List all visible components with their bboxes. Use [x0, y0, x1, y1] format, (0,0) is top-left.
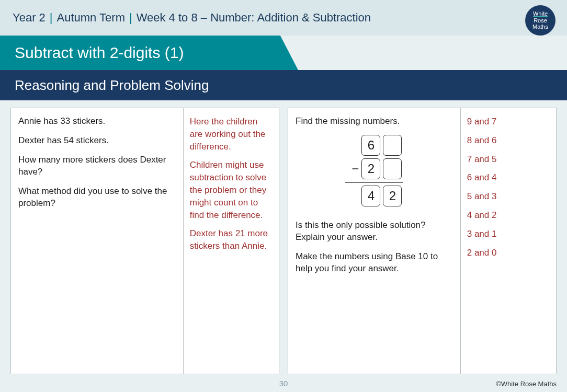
breadcrumb-unit: Week 4 to 8 – Number: Addition & Subtrac… — [137, 11, 371, 25]
logo-line: White — [533, 10, 548, 17]
breadcrumb-sep: | — [129, 11, 132, 25]
breadcrumb-year: Year 2 — [13, 11, 46, 25]
answer-text: 5 and 3 — [467, 190, 550, 203]
copyright-text: ©White Rose Maths — [496, 380, 557, 388]
minus-sign: − — [346, 160, 359, 177]
breadcrumb-term: Autumn Term — [57, 11, 125, 25]
question-column: Annie has 33 stickers. Dexter has 54 sti… — [11, 108, 183, 374]
answer-text: 2 and 0 — [467, 247, 550, 259]
panel-right: Find the missing numbers. 6 − 2 4 2 — [288, 108, 557, 374]
figure-row: 6 — [346, 135, 402, 156]
answer-line — [345, 182, 403, 183]
page-title: Subtract with 2-digits (1) — [15, 44, 184, 62]
answer-text: 7 and 5 — [467, 153, 550, 166]
breadcrumb-sep: | — [50, 11, 53, 25]
answer-column: 9 and 7 8 and 6 7 and 5 6 and 4 5 and 3 … — [460, 108, 556, 374]
digit-box: 2 — [383, 186, 402, 206]
operator-placeholder — [346, 188, 359, 204]
answer-text: Children might use subtraction to solve … — [190, 159, 273, 221]
figure-row: − 2 — [346, 158, 402, 179]
answer-text: 3 and 1 — [467, 228, 550, 240]
digit-box-empty — [383, 158, 402, 179]
answer-text: Dexter has 21 more stickers than Annie. — [190, 227, 273, 252]
question-text: Dexter has 54 stickers. — [18, 135, 176, 147]
title-teal: Subtract with 2-digits (1) — [0, 36, 298, 70]
title-band: Subtract with 2-digits (1) — [0, 36, 567, 70]
logo-line: Maths — [532, 24, 548, 30]
digit-box-empty — [383, 135, 402, 156]
question-text: What method did you use to solve the pro… — [18, 186, 176, 210]
answer-text: 6 and 4 — [467, 171, 550, 184]
panel-left: Annie has 33 stickers. Dexter has 54 sti… — [10, 108, 279, 374]
answer-column: Here the children are working out the di… — [183, 108, 279, 374]
question-column: Find the missing numbers. 6 − 2 4 2 — [288, 108, 460, 374]
logo-line: Rose — [534, 17, 547, 24]
answer-text: 9 and 7 — [467, 116, 550, 128]
page-number: 30 — [279, 379, 288, 388]
header-bar: Year 2 | Autumn Term | Week 4 to 8 – Num… — [0, 0, 567, 36]
figure-row: 4 2 — [346, 186, 402, 206]
digit-box: 2 — [361, 158, 380, 179]
content-area: Annie has 33 stickers. Dexter has 54 sti… — [0, 100, 567, 374]
page-subtitle: Reasoning and Problem Solving — [15, 77, 209, 94]
digit-box: 4 — [361, 186, 380, 206]
subtitle-band: Reasoning and Problem Solving — [0, 70, 567, 100]
answer-text: Here the children are working out the di… — [190, 116, 273, 153]
question-text: Find the missing numbers. — [296, 116, 453, 128]
question-text: How many more stickers does Dexter have? — [18, 154, 176, 178]
answer-text: 4 and 2 — [467, 209, 550, 222]
question-text: Annie has 33 stickers. — [18, 116, 176, 128]
answer-text: 8 and 6 — [467, 134, 550, 147]
question-text: Is this the only possible solution? Expl… — [296, 220, 453, 244]
subtraction-figure: 6 − 2 4 2 — [296, 135, 453, 210]
logo-badge: White Rose Maths — [525, 5, 555, 36]
breadcrumb: Year 2 | Autumn Term | Week 4 to 8 – Num… — [13, 11, 371, 25]
digit-box: 6 — [361, 135, 380, 156]
operator-placeholder — [346, 137, 359, 154]
question-text: Make the numbers using Base 10 to help y… — [296, 251, 453, 275]
